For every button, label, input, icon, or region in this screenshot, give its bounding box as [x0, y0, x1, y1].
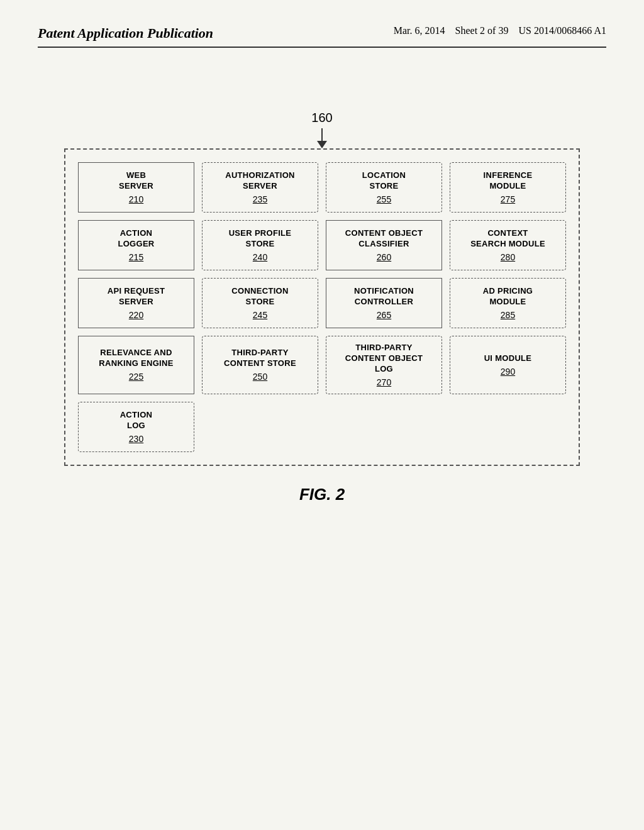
module-api-request-server: API REQUESTSERVER 220: [78, 278, 194, 328]
header-patent: US 2014/0068466 A1: [518, 25, 606, 36]
module-third-party-store-name: THIRD-PARTYCONTENT STORE: [224, 348, 296, 369]
module-context-search-name: CONTEXTSEARCH MODULE: [470, 228, 545, 250]
module-content-classifier-num: 260: [377, 252, 391, 262]
module-inference-module: INFERENCEMODULE 275: [450, 162, 566, 213]
module-action-logger-name: ACTIONLOGGER: [118, 228, 154, 250]
module-content-classifier-name: CONTENT OBJECTCLASSIFIER: [345, 228, 423, 250]
module-api-num: 220: [129, 310, 143, 320]
empty-row5-col4: [450, 402, 566, 452]
header-date: Mar. 6, 2014: [394, 25, 445, 36]
module-authorization-server-name: AUTHORIZATIONSERVER: [225, 170, 295, 192]
module-web-server-num: 210: [129, 194, 143, 204]
module-location-store-num: 255: [377, 194, 391, 204]
module-context-search-num: 280: [501, 252, 515, 262]
module-ad-pricing-name: AD PRICINGMODULE: [483, 286, 533, 307]
module-location-store-name: LOCATIONSTORE: [362, 170, 406, 192]
module-user-profile-num: 240: [253, 252, 267, 262]
module-notification-num: 265: [377, 310, 391, 320]
module-third-party-content-object-log: THIRD-PARTYCONTENT OBJECTLOG 270: [326, 336, 442, 394]
module-notification-name: NOTIFICATIONCONTROLLER: [354, 286, 414, 307]
module-action-logger: ACTIONLOGGER 215: [78, 220, 194, 270]
module-ui-name: UI MODULE: [484, 353, 532, 364]
module-ui-module: UI MODULE 290: [450, 336, 566, 394]
patent-title: Patent Application Publication: [38, 25, 213, 42]
module-connection-name: CONNECTIONSTORE: [231, 286, 288, 307]
module-relevance-ranking: RELEVANCE ANDRANKING ENGINE 225: [78, 336, 194, 394]
module-user-profile-store: USER PROFILESTORE 240: [202, 220, 318, 270]
diagram-area: 160 WEBSERVER 210 AUTHORIZATIONSERVER 23…: [38, 111, 606, 504]
module-action-logger-num: 215: [129, 252, 143, 262]
module-action-log-name: ACTIONLOG: [120, 410, 153, 431]
module-third-party-content-store: THIRD-PARTYCONTENT STORE 250: [202, 336, 318, 394]
page-container: Patent Application Publication Mar. 6, 2…: [0, 0, 644, 830]
module-ad-pricing: AD PRICINGMODULE 285: [450, 278, 566, 328]
module-action-log-num: 230: [129, 434, 143, 444]
module-ui-num: 290: [501, 367, 515, 377]
page-header: Patent Application Publication Mar. 6, 2…: [38, 25, 606, 48]
module-authorization-server-num: 235: [253, 194, 267, 204]
module-user-profile-name: USER PROFILESTORE: [229, 228, 292, 250]
module-connection-store: CONNECTIONSTORE 245: [202, 278, 318, 328]
module-web-server: WEBSERVER 210: [78, 162, 194, 213]
module-context-search: CONTEXTSEARCH MODULE 280: [450, 220, 566, 270]
module-inference-name: INFERENCEMODULE: [484, 170, 533, 192]
module-notification-controller: NOTIFICATIONCONTROLLER 265: [326, 278, 442, 328]
diagram-top-label: 160: [311, 111, 332, 125]
module-connection-num: 245: [253, 310, 267, 320]
empty-row5-col2: [202, 402, 318, 452]
module-web-server-name: WEBSERVER: [119, 170, 153, 192]
module-third-party-store-num: 250: [253, 372, 267, 382]
figure-label: FIG. 2: [299, 485, 345, 504]
module-location-store: LOCATIONSTORE 255: [326, 162, 442, 213]
header-meta: Mar. 6, 2014 Sheet 2 of 39 US 2014/00684…: [394, 25, 606, 36]
module-inference-num: 275: [501, 194, 515, 204]
module-content-object-classifier: CONTENT OBJECTCLASSIFIER 260: [326, 220, 442, 270]
module-relevance-name: RELEVANCE ANDRANKING ENGINE: [99, 348, 173, 369]
outer-box: WEBSERVER 210 AUTHORIZATIONSERVER 235 LO…: [64, 148, 580, 466]
header-sheet: Sheet 2 of 39: [455, 25, 509, 36]
module-ad-pricing-num: 285: [501, 310, 515, 320]
module-third-party-log-name: THIRD-PARTYCONTENT OBJECTLOG: [345, 343, 423, 375]
module-third-party-log-num: 270: [377, 377, 391, 387]
empty-row5-col3: [326, 402, 442, 452]
arrow-line: [321, 128, 323, 141]
module-relevance-num: 225: [129, 372, 143, 382]
arrow-down: [317, 141, 327, 148]
modules-grid: WEBSERVER 210 AUTHORIZATIONSERVER 235 LO…: [78, 162, 566, 452]
module-action-log: ACTIONLOG 230: [78, 402, 194, 452]
module-api-name: API REQUESTSERVER: [108, 286, 165, 307]
module-authorization-server: AUTHORIZATIONSERVER 235: [202, 162, 318, 213]
